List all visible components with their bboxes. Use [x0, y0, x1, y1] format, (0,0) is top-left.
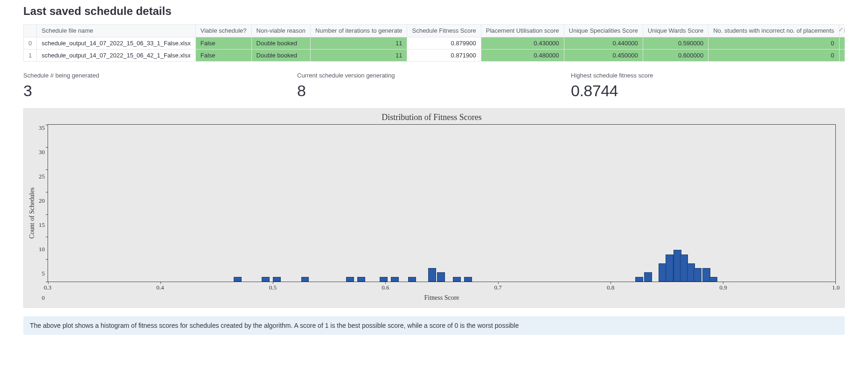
histogram-bar	[453, 277, 461, 282]
metric-label: Highest schedule fitness score	[571, 72, 845, 79]
x-tick: 0.8	[607, 284, 614, 291]
metric-value: 3	[23, 82, 297, 100]
table-cell: 0.440000	[564, 37, 643, 49]
histogram-bar	[273, 277, 281, 282]
histogram-bar	[234, 277, 242, 282]
table-row[interactable]: 1schedule_output_14_07_2022_15_06_42_1_F…	[24, 49, 845, 61]
table-cell: schedule_output_14_07_2022_15_06_33_1_Fa…	[37, 37, 196, 49]
schedule-table: Schedule file nameViable schedule?Non-vi…	[24, 25, 845, 62]
x-tick: 0.7	[494, 284, 502, 291]
schedule-table-container[interactable]: ⤢ Schedule file nameViable schedule?Non-…	[23, 24, 845, 62]
histogram-bar	[635, 277, 643, 282]
y-axis-label: Count of Schedules	[28, 124, 37, 302]
metric-value: 8	[297, 82, 571, 100]
table-cell: 0.430000	[481, 37, 564, 49]
column-header[interactable]: Schedule Fitness Score	[407, 25, 481, 37]
table-cell: False	[195, 37, 251, 49]
histogram-bar	[301, 277, 309, 282]
y-tick: 20	[39, 197, 45, 205]
y-tick: 25	[39, 173, 45, 180]
y-tick: 35	[39, 124, 45, 132]
column-header[interactable]: Schedule file name	[37, 25, 196, 37]
table-cell: 1	[24, 49, 37, 61]
column-header[interactable]: Placement Utilisation score	[481, 25, 564, 37]
table-cell: False	[195, 49, 251, 61]
histogram-bar	[437, 272, 445, 281]
table-cell: 0.590000	[643, 37, 708, 49]
metric-value: 0.8744	[571, 82, 845, 100]
y-tick: 5	[42, 270, 45, 277]
table-cell: 0.480000	[481, 49, 564, 61]
metric-highest-fitness: Highest schedule fitness score 0.8744	[571, 72, 845, 100]
y-tick: 30	[39, 149, 45, 156]
table-row[interactable]: 0schedule_output_14_07_2022_15_06_33_1_F…	[24, 37, 845, 49]
info-box: The above plot shows a histogram of fitn…	[23, 316, 845, 335]
x-tick: 0.5	[269, 284, 277, 291]
table-cell: 0	[708, 49, 839, 61]
column-header[interactable]: Viable schedule?	[195, 25, 251, 37]
table-cell	[839, 37, 845, 49]
x-tick: 0.3	[44, 284, 51, 291]
y-tick: 10	[39, 246, 45, 253]
histogram-bar	[380, 277, 388, 282]
column-header[interactable]: Number of iterations to generate	[311, 25, 407, 37]
table-cell: Double booked	[251, 37, 311, 49]
metric-current-version: Current schedule version generating 8	[297, 72, 571, 100]
x-axis-ticks: 0.30.40.50.60.70.80.91.0	[48, 284, 836, 292]
table-cell: 11	[311, 37, 407, 49]
table-cell: 0	[24, 37, 37, 49]
metric-label: Schedule # being generated	[23, 72, 297, 79]
table-cell: 0.871900	[407, 49, 481, 61]
x-tick: 0.6	[382, 284, 389, 291]
column-header[interactable]: No. students with incorrect no. of place…	[708, 25, 839, 37]
table-cell: 0.450000	[564, 49, 643, 61]
metric-schedule-number: Schedule # being generated 3	[23, 72, 297, 100]
table-cell: 0.879900	[407, 37, 481, 49]
x-tick: 1.0	[832, 284, 840, 291]
y-axis-ticks: 35302520151050	[37, 124, 48, 302]
table-cell: 11	[311, 49, 407, 61]
histogram-bar	[357, 277, 365, 282]
x-tick: 0.4	[156, 284, 164, 291]
metrics-row: Schedule # being generated 3 Current sch…	[23, 72, 845, 100]
x-axis-label: Fitness Score	[48, 294, 836, 302]
histogram-bar	[709, 277, 717, 282]
histogram-bar	[464, 277, 472, 282]
expand-icon[interactable]: ⤢	[839, 27, 843, 33]
histogram-bar	[428, 268, 436, 282]
histogram-bar	[666, 255, 674, 282]
table-cell: Double booked	[251, 49, 311, 61]
histogram-bar	[262, 277, 270, 282]
histogram-bar	[694, 268, 701, 282]
histogram-bar	[408, 277, 416, 282]
histogram-bar	[391, 277, 399, 282]
column-header[interactable]: Unique Wards Score	[643, 25, 708, 37]
column-header[interactable]	[24, 25, 37, 37]
y-tick: 0	[42, 294, 45, 302]
histogram-chart: Distribution of Fitness Scores Count of …	[23, 108, 845, 308]
table-cell	[839, 49, 845, 61]
histogram-bar	[644, 272, 652, 281]
column-header[interactable]: Non-viable reason	[251, 25, 311, 37]
metric-label: Current schedule version generating	[297, 72, 571, 79]
y-tick: 15	[39, 221, 45, 229]
column-header[interactable]: Unique Specialities Score	[564, 25, 643, 37]
chart-title: Distribution of Fitness Scores	[28, 113, 836, 122]
table-cell: 0.600000	[643, 49, 708, 61]
histogram-bar	[346, 277, 354, 282]
table-cell: schedule_output_14_07_2022_15_06_42_1_Fa…	[37, 49, 196, 61]
section-title: Last saved schedule details	[23, 5, 845, 18]
plot-area	[48, 124, 836, 282]
table-cell: 0	[708, 37, 839, 49]
x-tick: 0.9	[719, 284, 727, 291]
